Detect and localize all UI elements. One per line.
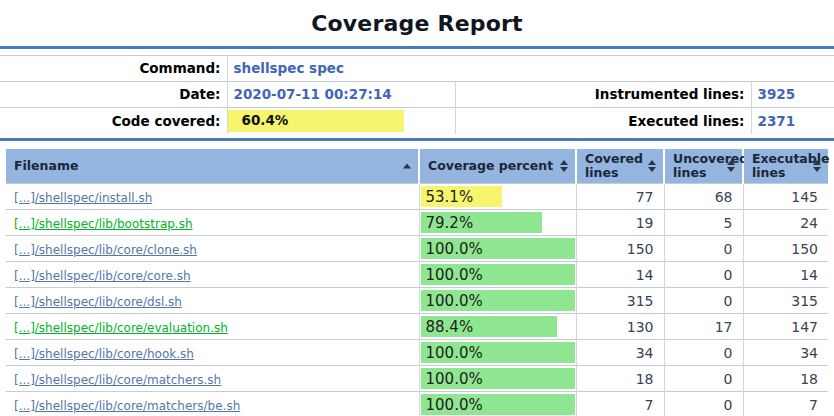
coverage-table: Filename Coverage percent Covered lines … [6,149,828,416]
executable-lines-cell: 24 [743,210,828,236]
executable-lines-cell: 145 [743,184,828,210]
uncovered-lines-cell: 0 [664,340,743,366]
covered-lines-cell: 14 [576,262,664,288]
coverage-percent-label: 100.0% [426,240,483,258]
column-header-uncovered-lines[interactable]: Uncovered lines [664,149,743,184]
column-header-filename-label: Filename [14,158,78,173]
uncovered-lines-cell: 0 [664,288,743,314]
column-header-coverage-percent-label: Coverage percent [428,158,553,173]
coverage-percent-label: 100.0% [426,396,483,414]
covered-lines-cell: 18 [576,366,664,392]
coverage-percent-label: 100.0% [426,292,483,310]
coverage-table-body: [...]/shellspec/install.sh 53.1% 77 68 1… [6,184,828,416]
covered-lines-cell: 130 [576,314,664,340]
covered-lines-cell: 19 [576,210,664,236]
executable-lines-cell: 315 [743,288,828,314]
covered-lines-cell: 150 [576,236,664,262]
date-value: 2020-07-11 00:27:14 [227,82,455,108]
coverage-percent-cell: 79.2% [419,210,576,236]
date-label: Date: [0,82,227,108]
table-row: [...]/shellspec/install.sh 53.1% 77 68 1… [6,184,828,210]
coverage-percent-label: 53.1% [426,188,474,206]
coverage-percent-cell: 100.0% [419,236,576,262]
filename-link[interactable]: [...]/shellspec/lib/core/clone.sh [14,243,197,257]
covered-lines-cell: 315 [576,288,664,314]
sort-both-icon [560,160,568,172]
coverage-percent-cell: 100.0% [419,288,576,314]
filename-link[interactable]: [...]/shellspec/lib/core/dsl.sh [14,295,182,309]
uncovered-lines-cell: 68 [664,184,743,210]
summary-row-covered: Code covered: 60.4% Executed lines: 2371 [0,108,834,135]
summary-row-date: Date: 2020-07-11 00:27:14 Instrumented l… [0,82,834,108]
executable-lines-cell: 34 [743,340,828,366]
filename-link[interactable]: [...]/shellspec/install.sh [14,191,152,205]
uncovered-lines-cell: 0 [664,262,743,288]
coverage-percent-label: 100.0% [426,344,483,362]
covered-lines-cell: 7 [576,392,664,416]
coverage-percent-label: 88.4% [426,318,474,336]
column-header-covered-lines-label: Covered lines [585,151,643,180]
table-row: [...]/shellspec/lib/core/dsl.sh 100.0% 3… [6,288,828,314]
coverage-table-wrap: Filename Coverage percent Covered lines … [0,149,834,416]
summary-table: Command: shellspec spec Date: 2020-07-11… [0,55,834,134]
sort-both-icon [648,160,656,172]
divider-top [0,46,834,49]
coverage-percent-label: 100.0% [426,266,483,284]
uncovered-lines-cell: 0 [664,236,743,262]
executable-lines-cell: 18 [743,366,828,392]
command-value: shellspec spec [227,56,834,82]
covered-lines-cell: 34 [576,340,664,366]
instrumented-lines-label: Instrumented lines: [455,82,751,108]
executable-lines-cell: 147 [743,314,828,340]
covered-lines-cell: 77 [576,184,664,210]
executable-lines-cell: 7 [743,392,828,416]
summary-row-command: Command: shellspec spec [0,56,834,82]
code-covered-badge: 60.4% [228,110,404,132]
sort-both-icon [813,160,821,172]
uncovered-lines-cell: 0 [664,366,743,392]
uncovered-lines-cell: 5 [664,210,743,236]
divider-bottom [0,138,834,141]
filename-link[interactable]: [...]/shellspec/lib/bootstrap.sh [14,217,193,231]
coverage-percent-label: 79.2% [426,214,474,232]
table-row: [...]/shellspec/lib/core/core.sh 100.0% … [6,262,828,288]
executable-lines-cell: 14 [743,262,828,288]
executable-lines-cell: 150 [743,236,828,262]
executed-lines-label: Executed lines: [455,108,751,135]
table-row: [...]/shellspec/lib/core/hook.sh 100.0% … [6,340,828,366]
column-header-uncovered-lines-label: Uncovered lines [673,151,748,180]
instrumented-lines-value: 3925 [751,82,834,108]
page-title: Coverage Report [0,0,834,36]
coverage-percent-label: 100.0% [426,370,483,388]
filename-link[interactable]: [...]/shellspec/lib/core/core.sh [14,269,191,283]
uncovered-lines-cell: 17 [664,314,743,340]
table-row: [...]/shellspec/lib/core/matchers/be.sh … [6,392,828,416]
executed-lines-value: 2371 [751,108,834,135]
filename-link[interactable]: [...]/shellspec/lib/core/hook.sh [14,347,194,361]
code-covered-label: Code covered: [0,108,227,135]
coverage-table-header-row: Filename Coverage percent Covered lines … [6,149,828,184]
coverage-percent-cell: 100.0% [419,262,576,288]
table-row: [...]/shellspec/lib/core/matchers.sh 100… [6,366,828,392]
column-header-coverage-percent[interactable]: Coverage percent [419,149,576,184]
column-header-filename[interactable]: Filename [6,149,419,184]
coverage-percent-cell: 100.0% [419,392,576,416]
coverage-percent-cell: 100.0% [419,340,576,366]
table-row: [...]/shellspec/lib/core/clone.sh 100.0%… [6,236,828,262]
filename-link[interactable]: [...]/shellspec/lib/core/matchers/be.sh [14,399,240,413]
column-header-executable-lines[interactable]: Executable lines [743,149,828,184]
sort-both-icon [727,160,735,172]
coverage-percent-cell: 100.0% [419,366,576,392]
table-row: [...]/shellspec/lib/bootstrap.sh 79.2% 1… [6,210,828,236]
coverage-percent-cell: 88.4% [419,314,576,340]
sort-asc-icon [403,164,411,169]
filename-link[interactable]: [...]/shellspec/lib/core/evaluation.sh [14,321,228,335]
uncovered-lines-cell: 0 [664,392,743,416]
filename-link[interactable]: [...]/shellspec/lib/core/matchers.sh [14,373,221,387]
table-row: [...]/shellspec/lib/core/evaluation.sh 8… [6,314,828,340]
coverage-percent-cell: 53.1% [419,184,576,210]
command-label: Command: [0,56,227,82]
column-header-covered-lines[interactable]: Covered lines [576,149,664,184]
